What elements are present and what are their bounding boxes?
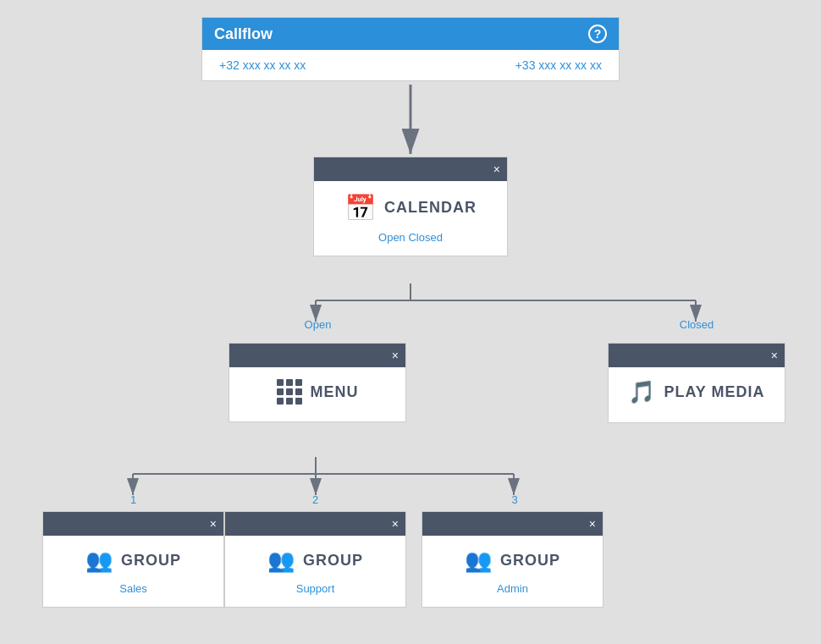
closed-branch-label: Closed	[608, 318, 785, 331]
group1-icon: 👥	[85, 548, 113, 574]
menu-close-button[interactable]: ×	[392, 349, 399, 362]
play-media-node-header: ×	[609, 344, 785, 367]
group2-branch-label: 2	[224, 493, 406, 506]
phone2[interactable]: +33 xxx xx xx xx	[515, 58, 602, 72]
menu-label: MENU	[311, 383, 359, 401]
callflow-box: Callflow ? +32 xxx xx xx xx +33 xxx xx x…	[201, 17, 620, 81]
calendar-close-button[interactable]: ×	[493, 162, 500, 176]
callflow-header: Callflow ?	[202, 18, 619, 50]
group3-branch-label: 3	[422, 493, 608, 506]
group1-node: × 👥 GROUP Sales	[42, 511, 224, 608]
group2-icon-row: 👥 GROUP	[267, 548, 363, 574]
group1-close-button[interactable]: ×	[210, 517, 217, 531]
callflow-title: Callflow	[214, 25, 273, 43]
play-media-close-button[interactable]: ×	[771, 349, 778, 362]
group3-icon-row: 👥 GROUP	[465, 548, 560, 574]
menu-node-body: MENU	[229, 367, 405, 421]
group1-node-body: 👥 GROUP Sales	[43, 536, 223, 607]
phone1[interactable]: +32 xxx xx xx xx	[219, 58, 306, 72]
play-media-icon-row: 🎵 PLAY MEDIA	[628, 379, 764, 405]
calendar-node-body: 📅 CALENDAR Open Closed	[314, 181, 507, 256]
group3-node-body: 👥 GROUP Admin	[422, 536, 603, 607]
callflow-phones: +32 xxx xx xx xx +33 xxx xx xx xx	[202, 50, 619, 80]
calendar-icon: 📅	[344, 193, 376, 223]
group1-label: GROUP	[121, 552, 181, 570]
group3-label: GROUP	[500, 552, 560, 570]
group2-sublabel: Support	[296, 582, 335, 595]
group2-label: GROUP	[303, 552, 363, 570]
group3-node-header: ×	[422, 512, 603, 536]
group3-icon: 👥	[465, 548, 492, 574]
group2-node-header: ×	[225, 512, 405, 536]
calendar-label: CALENDAR	[384, 199, 477, 217]
group3-sublabel: Admin	[497, 582, 528, 595]
play-media-node-body: 🎵 PLAY MEDIA	[609, 367, 785, 422]
music-icon: 🎵	[628, 379, 655, 405]
group3-node: × 👥 GROUP Admin	[422, 511, 603, 608]
menu-icon-row: MENU	[277, 379, 359, 405]
group2-icon: 👥	[267, 548, 295, 574]
calendar-node-header: ×	[314, 157, 507, 181]
group1-branch-label: 1	[42, 493, 224, 506]
menu-node-header: ×	[229, 344, 405, 367]
group1-node-header: ×	[43, 512, 223, 536]
group2-close-button[interactable]: ×	[392, 517, 399, 531]
group3-close-button[interactable]: ×	[589, 517, 596, 531]
group2-node-body: 👥 GROUP Support	[225, 536, 405, 607]
open-branch-label: Open	[235, 318, 400, 331]
help-icon[interactable]: ?	[588, 25, 607, 43]
calendar-icon-row: 📅 CALENDAR	[344, 193, 477, 223]
calendar-sublabel: Open Closed	[378, 231, 443, 244]
group1-icon-row: 👥 GROUP	[85, 548, 181, 574]
menu-grid-icon	[277, 379, 302, 405]
calendar-node: × 📅 CALENDAR Open Closed	[313, 157, 508, 256]
play-media-node: × 🎵 PLAY MEDIA	[608, 343, 785, 423]
menu-node: × MENU	[229, 343, 406, 422]
play-media-label: PLAY MEDIA	[664, 383, 764, 401]
group1-sublabel: Sales	[119, 582, 147, 595]
group2-node: × 👥 GROUP Support	[224, 511, 406, 608]
